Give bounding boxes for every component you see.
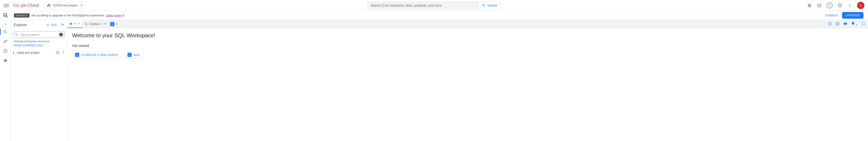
query-icon: [84, 22, 88, 26]
more-vert-icon[interactable]: [61, 50, 65, 55]
header-right: 1 D: [807, 2, 864, 9]
add-button[interactable]: + ADD: [125, 51, 143, 58]
avatar[interactable]: D: [857, 2, 864, 9]
svg-point-1: [849, 5, 850, 6]
rail-transfers[interactable]: [0, 37, 11, 46]
svg-rect-15: [837, 23, 838, 23]
search-bar: Search: [367, 2, 501, 9]
home-shortcut-icon[interactable]: [828, 22, 832, 26]
svg-line-4: [6, 16, 7, 17]
menu-icon[interactable]: [4, 3, 9, 8]
svg-point-10: [63, 53, 64, 54]
fullscreen-icon[interactable]: [861, 22, 865, 26]
keyboard-icon[interactable]: [843, 22, 847, 26]
new-tab-button[interactable]: +: [110, 22, 114, 26]
search-button[interactable]: Search: [478, 2, 501, 9]
get-started-heading: Get started: [72, 44, 863, 48]
tab-untitled[interactable]: Untitled: [82, 20, 109, 28]
svg-line-12: [87, 25, 87, 25]
external-link-icon: [122, 14, 124, 17]
compose-query-button[interactable]: + COMPOSE A NEW QUERY: [72, 51, 121, 58]
notice-text: Set up billing to upgrade to the full Bi…: [31, 14, 105, 17]
project-name: YDTAK test project: [53, 4, 78, 7]
project-icon: [47, 3, 51, 7]
icon-rail: [0, 20, 11, 141]
apps-icon[interactable]: [807, 3, 812, 8]
close-tab-button[interactable]: [104, 22, 107, 26]
project-tree-label: ydtak-test-project: [17, 51, 40, 54]
search-input[interactable]: [367, 2, 478, 9]
svg-point-2: [849, 6, 850, 7]
svg-point-9: [63, 52, 64, 53]
info-icon[interactable]: [836, 22, 840, 26]
top-header: GoogleCloud YDTAK test project Search 1 …: [0, 0, 868, 11]
rail-scheduled[interactable]: [0, 46, 11, 55]
body: Explorer ADD ? Viewing workspace resourc…: [0, 20, 868, 141]
expand-arrow-icon[interactable]: [13, 52, 14, 54]
welcome-pane: Welcome to your SQL Workspace! Get start…: [67, 28, 868, 63]
svg-rect-7: [6, 15, 6, 16]
notifications-badge[interactable]: 1: [827, 2, 833, 8]
google-cloud-logo[interactable]: GoogleCloud: [13, 3, 39, 8]
caret-down-icon[interactable]: [100, 24, 102, 25]
explorer-panel: Explorer ADD ? Viewing workspace resourc…: [11, 20, 67, 141]
plus-icon: +: [127, 53, 132, 57]
svg-rect-16: [844, 23, 847, 25]
svg-rect-14: [837, 23, 838, 25]
svg-rect-6: [5, 14, 5, 16]
svg-rect-5: [4, 15, 5, 16]
plus-icon: +: [75, 53, 79, 57]
more-vert-icon[interactable]: [847, 3, 852, 8]
plus-icon: [46, 23, 50, 27]
rail-dot: [5, 24, 6, 25]
upgrade-button[interactable]: UPGRADE: [842, 12, 864, 19]
cloud-shell-icon[interactable]: [817, 3, 822, 8]
caret-down-icon[interactable]: [74, 23, 76, 24]
search-icon: [15, 33, 19, 37]
show-starred-link[interactable]: SHOW STARRED ONLY: [11, 43, 67, 49]
caret-down-icon: [80, 5, 83, 6]
explorer-add-button[interactable]: ADD: [46, 23, 57, 27]
tab-bar: Untitled +: [67, 20, 868, 28]
explorer-search: ?: [13, 31, 65, 38]
search-icon: [482, 3, 486, 7]
welcome-title: Welcome to your SQL Workspace!: [72, 32, 863, 39]
explorer-search-input[interactable]: [13, 31, 65, 38]
below-header: SANDBOX Set up billing to upgrade to the…: [0, 11, 868, 20]
svg-point-0: [849, 4, 850, 4]
rail-sql-workspace[interactable]: [0, 27, 11, 37]
project-tree-row[interactable]: ydtak-test-project: [11, 49, 67, 56]
project-picker[interactable]: YDTAK test project: [45, 2, 86, 9]
explorer-subtext: Viewing workspace resources.: [11, 39, 67, 43]
lightbulb-icon[interactable]: [851, 22, 858, 26]
dismiss-button[interactable]: DISMISS: [825, 14, 838, 17]
tab-home[interactable]: [67, 20, 82, 28]
home-icon: [69, 22, 72, 26]
rail-admin[interactable]: [0, 56, 11, 65]
new-tab: +: [109, 20, 119, 28]
explorer-title: Explorer: [13, 23, 27, 27]
main-panel: Untitled + Welcome to your SQL Workspace…: [67, 20, 868, 141]
bigquery-logo[interactable]: [0, 11, 11, 20]
help-icon[interactable]: [837, 3, 843, 8]
star-icon[interactable]: [56, 50, 60, 55]
new-tab-menu[interactable]: [116, 24, 118, 25]
svg-point-8: [63, 51, 64, 51]
sandbox-badge: SANDBOX: [14, 14, 30, 18]
sandbox-notice: SANDBOX Set up billing to upgrade to the…: [11, 11, 868, 20]
svg-point-11: [85, 23, 87, 25]
close-tab-button[interactable]: [77, 22, 80, 26]
collapse-panel-button[interactable]: [60, 22, 65, 27]
learn-more-link[interactable]: Learn more: [106, 14, 124, 17]
tab-label: Untitled: [89, 22, 99, 26]
search-help-icon[interactable]: ?: [59, 33, 63, 37]
tabbar-right: [828, 20, 868, 28]
